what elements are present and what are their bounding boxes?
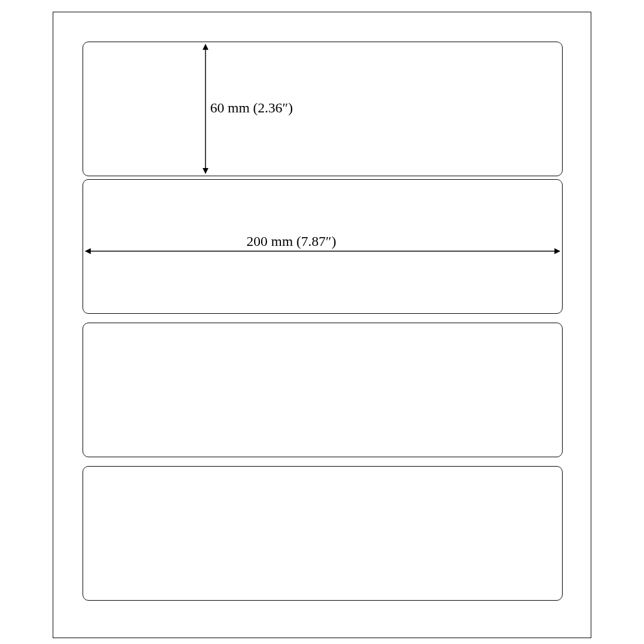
width-dimension-label: 200 mm (7.87″) xyxy=(246,234,336,249)
label-box-4 xyxy=(83,466,563,601)
height-dimension-label: 60 mm (2.36″) xyxy=(210,100,293,116)
label-template-page: 60 mm (2.36″) 200 mm (7.87″) xyxy=(53,12,591,638)
label-box-1 xyxy=(83,42,563,176)
label-box-3 xyxy=(83,323,563,457)
